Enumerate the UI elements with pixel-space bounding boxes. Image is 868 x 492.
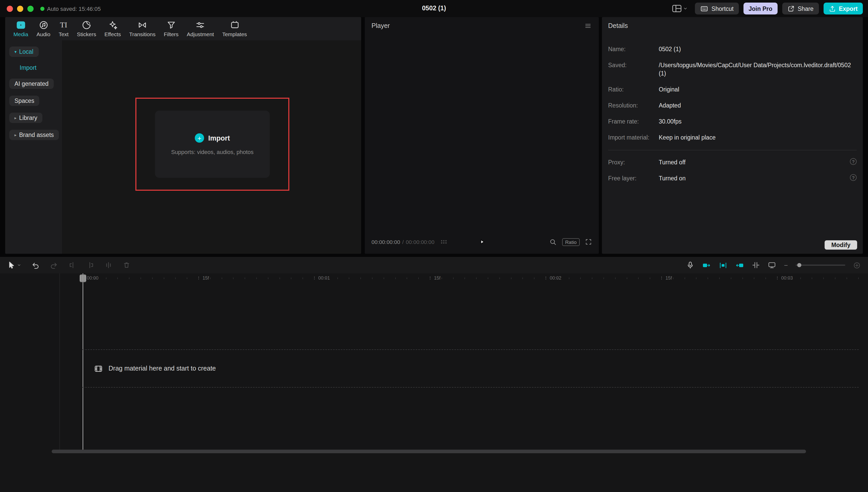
trim-left-icon [68, 261, 76, 269]
sidebar-item-local[interactable]: ▾ Local [9, 47, 39, 57]
workspace-layout-button[interactable] [672, 5, 688, 13]
import-button-label: Import [208, 134, 230, 142]
help-icon[interactable]: ? [850, 174, 857, 181]
ruler-mark: 15f [198, 274, 314, 282]
tab-effects[interactable]: Effects [100, 20, 125, 38]
delete-button[interactable] [123, 261, 131, 269]
detail-value: 30.00fps [659, 117, 857, 126]
total-duration: 00:00:00:00 [406, 239, 435, 245]
delete-icon [123, 261, 131, 269]
tab-templates[interactable]: Templates [218, 20, 251, 38]
sidebar-item-library[interactable]: ▸ Library [9, 113, 42, 123]
maximize-window-button[interactable] [27, 5, 33, 11]
magnetic-track-icon [703, 261, 711, 270]
ripple-edit-button[interactable] [736, 261, 744, 270]
ruler-mark: 00:01 [314, 274, 430, 282]
detail-label: Name: [608, 45, 659, 53]
timeline-scrollbar[interactable] [52, 450, 806, 453]
join-pro-button[interactable]: Join Pro [743, 3, 777, 15]
linkage-button[interactable] [752, 261, 760, 269]
stickers-icon [82, 20, 92, 30]
ripple-edit-icon [736, 261, 744, 270]
linked-clips-button[interactable] [719, 261, 728, 270]
preview-axis-button[interactable] [768, 261, 776, 269]
undo-button[interactable] [31, 261, 40, 270]
fullscreen-icon[interactable] [585, 238, 592, 245]
share-label: Share [798, 5, 814, 11]
tab-audio[interactable]: Audio [32, 20, 54, 38]
caret-right-icon: ▸ [15, 116, 17, 120]
detail-row-saved: Saved: /Users/topgus/Movies/CapCut/User … [608, 61, 857, 77]
tab-audio-label: Audio [36, 31, 50, 38]
minimize-window-button[interactable] [17, 5, 23, 11]
play-icon [478, 238, 485, 245]
tab-adjustment[interactable]: Adjustment [183, 20, 218, 38]
tab-media-label: Media [14, 31, 28, 38]
tab-filters[interactable]: Filters [160, 20, 183, 38]
tab-transitions-label: Transitions [129, 31, 155, 38]
trim-right-button[interactable] [86, 261, 95, 269]
player-controls: 00:00:00:00 / 00:00:00:00 Ratio [372, 237, 592, 247]
detail-value: 0502 (1) [659, 45, 857, 53]
zoom-out-button[interactable]: − [784, 262, 788, 269]
close-window-button[interactable] [7, 5, 13, 11]
player-menu-icon[interactable] [584, 22, 592, 29]
play-button[interactable] [478, 238, 485, 245]
caret-down-icon: ▾ [15, 49, 17, 54]
timeline-panel: − 00:00 15f 00:01 15f 00:02 15f 00:03 [0, 257, 868, 492]
tab-media[interactable]: Media [9, 20, 32, 38]
export-button[interactable]: Export [823, 3, 863, 15]
detail-value: Adapted [659, 101, 857, 109]
tab-templates-label: Templates [222, 31, 247, 38]
timeline-ruler[interactable]: 00:00 15f 00:01 15f 00:02 15f 00:03 [83, 274, 868, 282]
select-tool-button[interactable] [7, 261, 21, 269]
sidebar-item-ai-generated[interactable]: AI generated [9, 78, 54, 89]
adjustment-icon [196, 20, 205, 30]
modify-button[interactable]: Modify [825, 240, 857, 250]
detail-label: Saved: [608, 61, 659, 69]
media-icon [16, 20, 26, 30]
linkage-icon [752, 261, 760, 269]
caret-right-icon: ▸ [15, 132, 17, 137]
timeline-toolbar: − [0, 257, 868, 273]
ratio-button[interactable]: Ratio [562, 238, 580, 246]
media-body: ▾ Local Import AI generated Spaces ▸ Lib… [5, 40, 361, 254]
tab-stickers[interactable]: Stickers [73, 20, 100, 38]
playhead-handle[interactable] [80, 274, 86, 282]
cursor-icon [7, 261, 16, 269]
tab-adjustment-label: Adjustment [187, 31, 214, 38]
sidebar-item-spaces[interactable]: Spaces [9, 96, 40, 106]
workspace-layout-icon [672, 5, 682, 13]
sidebar-item-brand-assets[interactable]: ▸ Brand assets [9, 130, 59, 140]
shortcut-button[interactable]: Shortcut [695, 3, 739, 15]
zoom-slider-handle[interactable] [797, 263, 801, 267]
tab-transitions[interactable]: Transitions [125, 20, 160, 38]
sidebar-item-library-label: Library [19, 115, 37, 121]
import-dropzone-button[interactable]: + Import Supports: videos, audios, photo… [155, 110, 270, 178]
tab-filters-label: Filters [164, 31, 179, 38]
player-title: Player [372, 22, 390, 29]
frame-step-icon[interactable] [440, 239, 448, 244]
redo-button[interactable] [50, 261, 58, 270]
trim-left-button[interactable] [68, 261, 76, 269]
sidebar-item-import[interactable]: Import [15, 64, 42, 72]
share-button[interactable]: Share [782, 3, 819, 15]
timeline-zoom-slider[interactable] [796, 265, 845, 266]
sidebar-item-spaces-label: Spaces [15, 98, 34, 104]
autosave-status: Auto saved: 15:46:05 [40, 5, 101, 11]
zoom-in-button[interactable] [853, 261, 861, 269]
effects-icon [108, 20, 118, 30]
details-panel: Details Name: 0502 (1) Saved: /Users/top… [602, 17, 863, 254]
voiceover-button[interactable] [686, 261, 695, 269]
timeline-dropzone[interactable]: Drag material here and start to create [83, 349, 859, 388]
media-panel: Media Audio TI Text Stickers Effects Tra… [5, 17, 361, 254]
fit-zoom-icon[interactable] [549, 238, 557, 246]
player-panel: Player 00:00:00:00 / 00:00:00:00 Ratio [365, 17, 599, 254]
autosave-status-icon [40, 6, 45, 10]
tab-text[interactable]: TI Text [54, 20, 73, 38]
details-title: Details [602, 17, 863, 34]
shortcut-label: Shortcut [711, 5, 734, 11]
split-button[interactable] [104, 261, 112, 269]
magnetic-track-button[interactable] [703, 261, 711, 270]
help-icon[interactable]: ? [850, 158, 857, 165]
